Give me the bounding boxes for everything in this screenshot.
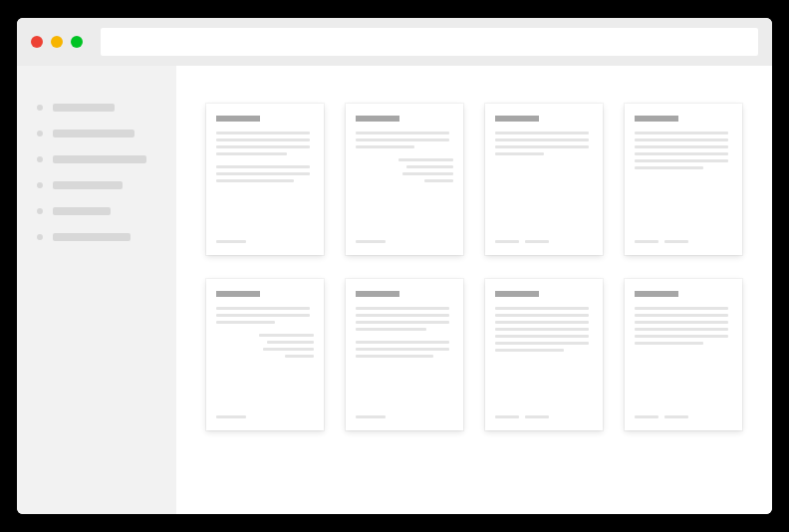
text-line xyxy=(495,132,589,134)
text-line xyxy=(495,138,589,141)
address-bar[interactable] xyxy=(101,28,758,56)
document-card[interactable] xyxy=(485,104,603,255)
text-line xyxy=(216,172,310,175)
document-title xyxy=(356,116,399,122)
document-paragraph xyxy=(356,158,453,182)
text-line xyxy=(356,348,449,351)
document-card[interactable] xyxy=(206,279,324,430)
text-line xyxy=(495,152,544,155)
document-title xyxy=(635,291,678,297)
text-line xyxy=(216,132,310,134)
text-line xyxy=(216,145,310,148)
text-line xyxy=(285,355,314,358)
sidebar-item[interactable] xyxy=(37,155,156,163)
document-card[interactable] xyxy=(625,104,742,255)
sidebar-item[interactable] xyxy=(37,130,156,137)
document-body xyxy=(495,307,593,352)
body xyxy=(17,66,772,514)
document-body xyxy=(216,132,314,155)
document-body xyxy=(216,307,314,324)
bullet-icon xyxy=(37,156,43,162)
text-line xyxy=(356,307,449,310)
text-line xyxy=(356,314,449,317)
text-line xyxy=(216,152,287,155)
document-footer xyxy=(216,240,314,243)
sidebar-item-label xyxy=(53,207,111,215)
maximize-icon[interactable] xyxy=(71,36,83,48)
sidebar-item[interactable] xyxy=(37,233,156,241)
document-body xyxy=(635,132,732,169)
text-line xyxy=(635,152,728,155)
text-line xyxy=(635,145,728,148)
text-line xyxy=(635,328,728,331)
text-line xyxy=(525,415,549,418)
main xyxy=(176,66,772,514)
text-line xyxy=(259,334,314,337)
text-line xyxy=(216,179,294,182)
titlebar xyxy=(17,18,772,66)
text-line xyxy=(216,415,246,418)
text-line xyxy=(664,415,688,418)
text-line xyxy=(356,145,414,148)
sidebar-item[interactable] xyxy=(37,104,156,112)
document-card[interactable] xyxy=(485,279,603,430)
sidebar-item-label xyxy=(53,130,134,137)
text-line xyxy=(495,307,589,310)
close-icon[interactable] xyxy=(31,36,43,48)
document-title xyxy=(495,116,539,122)
text-line xyxy=(263,348,314,351)
text-line xyxy=(216,314,310,317)
text-line xyxy=(402,172,453,175)
text-line xyxy=(635,159,728,162)
text-line xyxy=(635,307,728,310)
document-paragraph xyxy=(216,334,314,358)
text-line xyxy=(635,314,728,317)
document-footer xyxy=(495,240,593,243)
sidebar-item-label xyxy=(53,181,123,189)
document-footer xyxy=(356,415,453,418)
text-line xyxy=(216,240,246,243)
document-footer xyxy=(216,415,314,418)
text-line xyxy=(398,158,453,161)
text-line xyxy=(356,415,386,418)
document-title xyxy=(216,116,260,122)
document-title xyxy=(216,291,260,297)
bullet-icon xyxy=(37,208,43,214)
text-line xyxy=(664,240,688,243)
text-line xyxy=(635,321,728,324)
document-card[interactable] xyxy=(206,104,324,255)
document-grid xyxy=(206,104,742,430)
minimize-icon[interactable] xyxy=(51,36,63,48)
sidebar xyxy=(17,66,176,514)
text-line xyxy=(424,179,453,182)
text-line xyxy=(267,341,314,344)
text-line xyxy=(635,240,658,243)
document-title xyxy=(635,116,678,122)
document-body xyxy=(356,132,453,148)
document-card[interactable] xyxy=(625,279,742,430)
sidebar-item[interactable] xyxy=(37,181,156,189)
text-line xyxy=(495,240,519,243)
text-line xyxy=(635,132,728,134)
browser-window xyxy=(17,18,772,514)
document-footer xyxy=(635,240,732,243)
text-line xyxy=(216,321,275,324)
text-line xyxy=(635,335,728,338)
traffic-lights xyxy=(31,36,83,48)
bullet-icon xyxy=(37,182,43,188)
document-card[interactable] xyxy=(346,279,463,430)
sidebar-item[interactable] xyxy=(37,207,156,215)
sidebar-item-label xyxy=(53,155,146,163)
document-card[interactable] xyxy=(346,104,463,255)
text-line xyxy=(356,328,426,331)
text-line xyxy=(356,321,449,324)
bullet-icon xyxy=(37,131,43,136)
document-footer xyxy=(495,415,593,418)
text-line xyxy=(216,138,310,141)
document-body xyxy=(495,132,593,155)
document-paragraph xyxy=(216,165,314,182)
text-line xyxy=(495,342,589,345)
document-title xyxy=(356,291,399,297)
bullet-icon xyxy=(37,234,43,240)
bullet-icon xyxy=(37,105,43,111)
